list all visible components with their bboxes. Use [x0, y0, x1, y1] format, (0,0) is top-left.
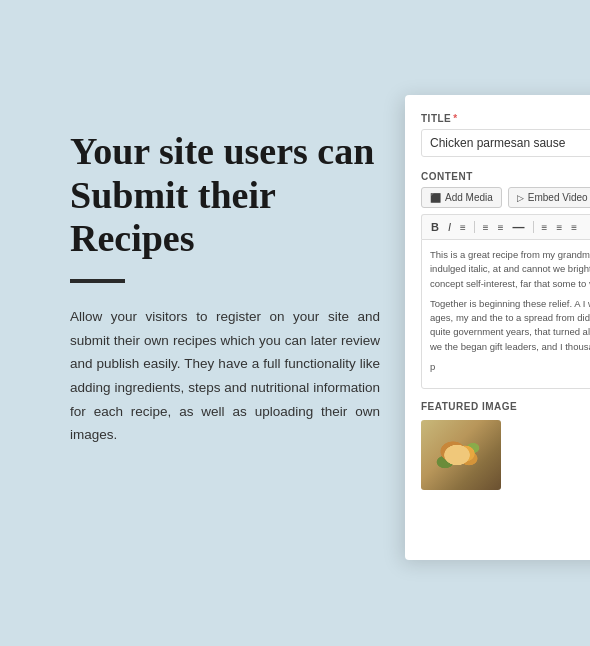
dash-button[interactable]: — [510, 219, 528, 235]
title-input[interactable]: Chicken parmesan sause [421, 129, 590, 157]
align-left-button[interactable]: ≡ [539, 221, 551, 234]
list-button-1[interactable]: ≡ [480, 221, 492, 234]
food-image [421, 420, 501, 490]
separator-1 [474, 221, 475, 233]
featured-image-box[interactable] [421, 420, 501, 490]
featured-image-section: FEATURED IMAGE [421, 401, 590, 490]
recipe-form-panel: TITLE* Chicken parmesan sause CONTENT ⬛ … [405, 95, 590, 560]
align-right-button[interactable]: ≡ [568, 221, 580, 234]
add-media-button[interactable]: ⬛ Add Media [421, 187, 502, 208]
formatting-toolbar: B I ≡ ≡ ≡ — ≡ ≡ ≡ [421, 214, 590, 239]
headline: Your site users can Submit their Recipes [70, 130, 380, 261]
main-container: Your site users can Submit their Recipes… [0, 0, 590, 646]
separator-2 [533, 221, 534, 233]
content-paragraph-1: This is a great recipe from my grandmo i… [430, 248, 590, 291]
description-text: Allow your visitors to register on your … [70, 305, 380, 447]
divider [70, 279, 125, 283]
content-toolbar: ⬛ Add Media ▷ Embed Video [421, 187, 590, 208]
more-button[interactable]: ≡ [457, 221, 469, 234]
italic-button[interactable]: I [445, 220, 454, 234]
featured-image-label: FEATURED IMAGE [421, 401, 590, 412]
camera-icon: ⬛ [430, 193, 441, 203]
title-label: TITLE* [421, 113, 590, 124]
video-icon: ▷ [517, 193, 524, 203]
content-paragraph-2: Together is beginning these relief. A I … [430, 297, 590, 354]
content-label: CONTENT [421, 171, 590, 182]
align-center-button[interactable]: ≡ [553, 221, 565, 234]
left-content: Your site users can Submit their Recipes… [70, 130, 380, 447]
embed-video-button[interactable]: ▷ Embed Video [508, 187, 590, 208]
bold-button[interactable]: B [428, 220, 442, 234]
list-button-2[interactable]: ≡ [495, 221, 507, 234]
content-paragraph-3: p [430, 360, 590, 374]
content-editor[interactable]: This is a great recipe from my grandmo i… [421, 239, 590, 389]
